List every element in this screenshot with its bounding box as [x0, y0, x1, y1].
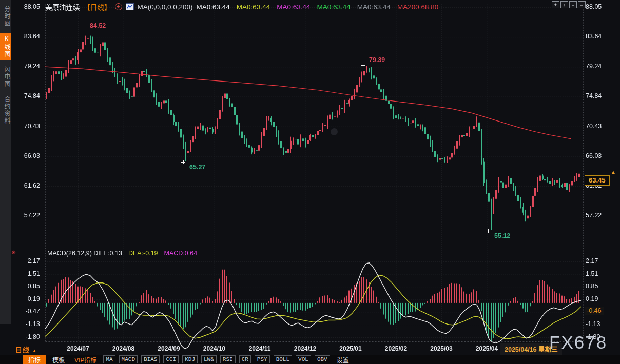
period-tag[interactable]: 【日线】	[84, 2, 111, 12]
ma-value-0: MA0:63.44	[197, 3, 230, 11]
price-axis-left-79.24: 79.24	[12, 63, 40, 70]
annotation-65.27: 65.27	[189, 164, 205, 171]
sidebar-item-K线图[interactable]: K线图	[0, 33, 11, 60]
ma-value-1: MA0:63.44	[237, 3, 270, 11]
add-indicator-icon[interactable]: +	[115, 3, 122, 10]
toolbar-tab-BIAS[interactable]: BIAS	[141, 355, 160, 363]
ma-value-4: MA0:63.44	[357, 3, 391, 11]
sidebar-item-合约资料[interactable]: 合约资料	[0, 93, 11, 127]
macd-axis-left--1.80: -1.80	[12, 333, 40, 340]
crosshair-icon[interactable]: +	[552, 1, 559, 8]
price-axis-left-57.22: 57.22	[12, 212, 40, 219]
price-axis-right-66.03: 66.03	[586, 152, 611, 159]
current-price-tag: 63.45	[585, 175, 610, 186]
price-axis-left-83.64: 83.64	[12, 33, 40, 40]
current-macd-tag: -0.46	[585, 307, 604, 315]
indicator-settings-icon[interactable]: ☀	[11, 250, 16, 255]
macd-axis-left-0.85: 0.85	[12, 282, 40, 290]
x-label-2024/09: 2024/09	[151, 345, 187, 352]
chevron-up-icon: ▲	[32, 348, 37, 353]
annotation-79.39: 79.39	[369, 56, 385, 64]
macd-axis-right-2.17: 2.17	[586, 257, 611, 265]
x-label-2024/11: 2024/11	[242, 345, 278, 352]
pan-right-icon[interactable]: →	[578, 1, 586, 8]
toolbar-tab-指标[interactable]: 指标	[23, 355, 46, 364]
price-axis-right-57.22: 57.22	[586, 212, 611, 219]
annotation-84.52: 84.52	[90, 22, 106, 29]
macd-axis-right-0.85: 0.85	[586, 282, 611, 290]
price-axis-left-70.43: 70.43	[12, 123, 40, 130]
toolbar-tab-设置[interactable]: 设置	[334, 355, 352, 364]
indicator-toolbar: 指标模板VIP指标MAMACDBIASCCIKDJLW&RSICRPSYBOLL…	[0, 355, 620, 364]
macd-axis-left-1.51: 1.51	[12, 270, 40, 277]
macd-axis-right--1.13: -1.13	[586, 320, 611, 328]
x-label-2024/12: 2024/12	[287, 345, 323, 352]
price-axis-right-88.05: 88.05	[586, 3, 611, 10]
zoom-vertical-icon[interactable]: ↕	[560, 1, 568, 8]
ma-settings-label: MA(0,0,0,0,0,200)	[138, 3, 193, 11]
sidebar-item-闪电图[interactable]: 闪电图	[0, 64, 11, 90]
chart-style-icon[interactable]	[126, 3, 134, 10]
watermark: FX678	[549, 332, 607, 353]
toolbar-tab-BOLL[interactable]: BOLL	[274, 355, 292, 363]
symbol-title: 美原油连续	[45, 2, 80, 12]
x-label-2024/08: 2024/08	[106, 345, 142, 352]
zoom-horizontal-icon[interactable]: ↔	[569, 1, 577, 8]
sidebar-item-分时图[interactable]: 分时图	[0, 3, 11, 30]
x-label-2025/03: 2025/03	[423, 345, 459, 352]
toolbar-tab-LW&[interactable]: LW&	[201, 355, 217, 363]
x-label-2025/02: 2025/02	[378, 345, 414, 352]
price-axis-left-61.62: 61.62	[12, 182, 40, 189]
toolbar-tab-模板[interactable]: 模板	[49, 355, 68, 364]
macd-axis-left-2.17: 2.17	[12, 257, 40, 265]
ma-values: MA0:63.44MA0:63.44MA0:63.44MA0:63.44MA0:…	[197, 3, 439, 11]
macd-axis-left--1.13: -1.13	[12, 320, 40, 328]
left-sidebar: 分时图K线图闪电图合约资料	[0, 0, 11, 324]
window-toolbar: +↕↔→	[552, 1, 586, 8]
ma-value-5: MA200:68.80	[397, 3, 438, 11]
price-axis-right-74.84: 74.84	[586, 92, 611, 99]
toolbar-tab-MA[interactable]: MA	[103, 355, 115, 363]
price-axis-left-74.84: 74.84	[12, 92, 40, 99]
x-label-2025/01: 2025/01	[333, 345, 369, 352]
chart-header: 美原油连续 【日线】 + MA(0,0,0,0,0,200) MA0:63.44…	[45, 2, 438, 12]
toolbar-tab-VOL[interactable]: VOL	[296, 355, 311, 363]
ma-value-2: MA0:63.44	[277, 3, 310, 11]
toolbar-tab-CCI[interactable]: CCI	[163, 355, 179, 363]
price-axis-right-79.24: 79.24	[586, 63, 611, 70]
price-axis-right-70.43: 70.43	[586, 123, 611, 130]
x-label-2024/10: 2024/10	[197, 345, 232, 352]
macd-header-seg-2: MACD:0.64	[164, 250, 198, 257]
macd-axis-left--0.47: -0.47	[12, 308, 40, 315]
period-selector[interactable]: 日线 ▲	[15, 345, 37, 354]
macd-axis-right-0.19: 0.19	[586, 295, 611, 302]
macd-header-seg-1: DEA:-0.19	[128, 250, 158, 257]
toolbar-tab-PSY[interactable]: PSY	[255, 355, 270, 363]
macd-axis-left-0.19: 0.19	[12, 295, 40, 302]
toolbar-tab-KDJ[interactable]: KDJ	[182, 355, 198, 363]
x-label-2024/07: 2024/07	[60, 345, 96, 352]
toolbar-tab-RSI[interactable]: RSI	[220, 355, 236, 363]
chart-canvas[interactable]	[0, 0, 620, 364]
annotation-55.12: 55.12	[494, 232, 510, 239]
macd-header: MACD(26,12,9) DIFF:0.13DEA:-0.19MACD:0.6…	[47, 250, 197, 257]
price-axis-right-83.64: 83.64	[586, 33, 611, 40]
price-axis-left-66.03: 66.03	[12, 152, 40, 159]
macd-axis-right-1.51: 1.51	[586, 270, 611, 277]
toolbar-tab-CR[interactable]: CR	[239, 355, 251, 363]
ma-value-3: MA0:63.44	[317, 3, 350, 11]
x-label-2025/04: 2025/04	[469, 345, 505, 352]
price-arrow-icon: ▲	[611, 169, 616, 175]
price-axis-left-88.05: 88.05	[12, 3, 40, 10]
toolbar-tab-VIP指标[interactable]: VIP指标	[71, 355, 100, 364]
macd-header-seg-0: MACD(26,12,9) DIFF:0.13	[47, 250, 122, 257]
app-window: 分时图K线图闪电图合约资料 美原油连续 【日线】 + MA(0,0,0,0,0,…	[0, 0, 620, 364]
toolbar-tab-OBV[interactable]: OBV	[315, 355, 330, 363]
toolbar-tab-MACD[interactable]: MACD	[119, 355, 138, 363]
